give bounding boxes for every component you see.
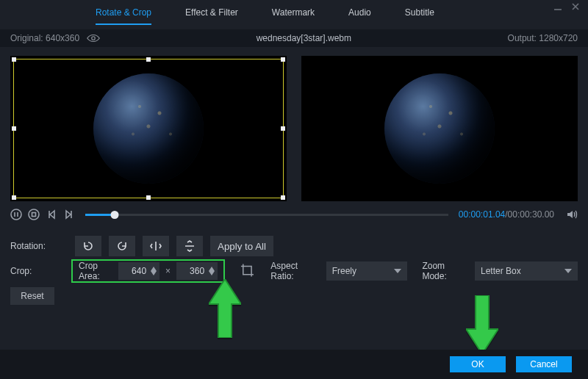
rotate-cw-button[interactable] — [109, 236, 135, 256]
footer: OK Cancel — [0, 350, 588, 379]
chevron-down-icon — [394, 267, 401, 275]
tab-subtitle[interactable]: Subtitle — [405, 7, 434, 24]
seek-knob[interactable] — [110, 211, 118, 219]
volume-icon[interactable] — [566, 209, 578, 220]
prev-frame-icon[interactable] — [46, 209, 57, 220]
eye-icon[interactable] — [87, 34, 100, 43]
svg-point-2 — [29, 209, 39, 220]
rotation-label: Rotation: — [10, 241, 75, 251]
zoom-mode-label: Zoom Mode: — [422, 261, 469, 281]
close-icon[interactable] — [570, 1, 581, 12]
reset-button[interactable]: Reset — [10, 287, 54, 305]
aspect-ratio-label: Aspect Ratio: — [270, 261, 320, 281]
seek-bar[interactable] — [85, 214, 448, 216]
preview-output — [301, 56, 578, 201]
preview-original[interactable] — [10, 56, 287, 201]
flip-horizontal-button[interactable] — [143, 236, 169, 256]
original-label: Original: 640x360 — [10, 33, 79, 43]
crop-height-input[interactable] — [176, 262, 218, 280]
crop-tool-icon[interactable] — [240, 263, 256, 279]
crop-width-field[interactable] — [124, 266, 146, 276]
tab-effect-filter[interactable]: Effect & Filter — [185, 7, 238, 24]
tabs-bar: Rotate & Crop Effect & Filter Watermark … — [0, 0, 588, 29]
minimize-icon[interactable] — [553, 1, 563, 12]
output-label: Output: 1280x720 — [508, 33, 578, 43]
crop-width-input[interactable] — [118, 262, 159, 280]
earth-image — [384, 73, 495, 184]
crop-rectangle[interactable] — [13, 59, 284, 198]
spin-down-icon[interactable] — [209, 271, 215, 275]
svg-point-1 — [11, 209, 21, 220]
pause-icon[interactable] — [10, 209, 22, 220]
apply-to-all-button[interactable]: Apply to All — [210, 236, 273, 256]
timecode: 00:00:01.04/00:00:30.00 — [459, 209, 554, 220]
svg-point-0 — [92, 37, 96, 40]
controls-panel: Rotation: Apply to All Crop: Crop Area: … — [0, 223, 588, 308]
info-bar: Original: 640x360 wednesday[3star].webm … — [0, 29, 588, 47]
tab-watermark[interactable]: Watermark — [272, 7, 315, 24]
filename: wednesday[3star].webm — [100, 33, 508, 43]
crop-area-label: Crop Area: — [79, 261, 112, 281]
stop-icon[interactable] — [28, 209, 40, 220]
zoom-mode-select[interactable]: Letter Box — [475, 261, 578, 281]
flip-vertical-button[interactable] — [176, 236, 203, 256]
annotation-arrow — [466, 295, 498, 356]
cancel-button[interactable]: Cancel — [516, 356, 572, 372]
next-frame-icon[interactable] — [63, 209, 75, 220]
svg-rect-3 — [32, 213, 36, 217]
ok-button[interactable]: OK — [450, 356, 506, 372]
transport-bar: 00:00:01.04/00:00:30.00 — [0, 201, 588, 223]
crop-label: Crop: — [10, 266, 71, 276]
aspect-ratio-select[interactable]: Freely — [326, 261, 407, 281]
crop-area-group: Crop Area: × — [71, 259, 225, 283]
multiply-icon: × — [165, 266, 171, 276]
spin-down-icon[interactable] — [151, 271, 157, 275]
rotate-ccw-button[interactable] — [75, 236, 101, 256]
preview-row — [0, 47, 588, 201]
crop-height-field[interactable] — [182, 266, 204, 276]
tab-rotate-crop[interactable]: Rotate & Crop — [96, 7, 151, 25]
chevron-down-icon — [564, 267, 572, 275]
annotation-arrow — [209, 279, 241, 340]
tab-audio[interactable]: Audio — [348, 7, 371, 24]
